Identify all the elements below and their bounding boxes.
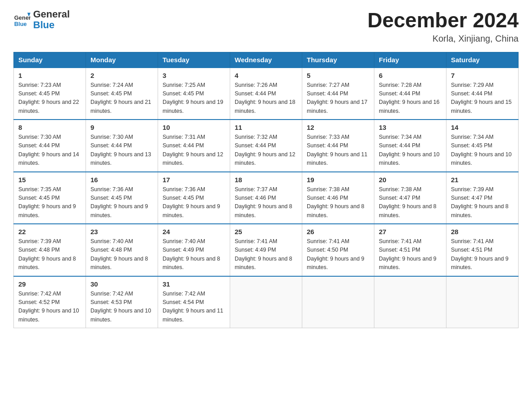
day-info: Sunrise: 7:28 AM Sunset: 4:44 PM Dayligh… [379,81,442,116]
weekday-header-saturday: Saturday [446,52,519,68]
day-info: Sunrise: 7:41 AM Sunset: 4:51 PM Dayligh… [379,237,442,272]
day-info: Sunrise: 7:42 AM Sunset: 4:52 PM Dayligh… [18,290,81,325]
day-number: 2 [90,72,153,79]
day-info: Sunrise: 7:23 AM Sunset: 4:45 PM Dayligh… [18,81,81,116]
day-number: 13 [379,124,442,131]
calendar-cell: 14 Sunrise: 7:34 AM Sunset: 4:45 PM Dayl… [446,120,519,172]
day-number: 26 [307,228,369,235]
day-info: Sunrise: 7:34 AM Sunset: 4:44 PM Dayligh… [379,133,442,168]
calendar-cell: 13 Sunrise: 7:34 AM Sunset: 4:44 PM Dayl… [374,120,446,172]
day-info: Sunrise: 7:39 AM Sunset: 4:48 PM Dayligh… [18,237,81,272]
page-header: General Blue General Blue December 2024 … [13,9,519,44]
calendar-cell: 2 Sunrise: 7:24 AM Sunset: 4:45 PM Dayli… [86,68,158,120]
day-info: Sunrise: 7:36 AM Sunset: 4:45 PM Dayligh… [163,185,225,220]
day-info: Sunrise: 7:26 AM Sunset: 4:44 PM Dayligh… [235,81,297,116]
day-info: Sunrise: 7:30 AM Sunset: 4:44 PM Dayligh… [90,133,153,168]
day-number: 23 [90,228,153,235]
day-info: Sunrise: 7:27 AM Sunset: 4:44 PM Dayligh… [307,81,369,116]
day-number: 11 [235,124,297,131]
calendar-cell: 6 Sunrise: 7:28 AM Sunset: 4:44 PM Dayli… [374,68,446,120]
weekday-header-wednesday: Wednesday [230,52,302,68]
weekday-header-sunday: Sunday [14,52,86,68]
day-number: 19 [307,176,369,184]
calendar-cell: 24 Sunrise: 7:40 AM Sunset: 4:49 PM Dayl… [158,224,230,276]
day-info: Sunrise: 7:34 AM Sunset: 4:45 PM Dayligh… [451,133,514,168]
logo-blue-text: Blue [33,20,70,30]
calendar-cell [230,276,302,328]
month-title: December 2024 [367,9,519,32]
logo-general-text: General [33,9,70,20]
calendar-cell: 16 Sunrise: 7:36 AM Sunset: 4:45 PM Dayl… [86,172,158,224]
calendar-cell: 8 Sunrise: 7:30 AM Sunset: 4:44 PM Dayli… [14,120,86,172]
calendar-cell: 26 Sunrise: 7:41 AM Sunset: 4:50 PM Dayl… [302,224,374,276]
calendar-cell: 30 Sunrise: 7:42 AM Sunset: 4:53 PM Dayl… [86,276,158,328]
weekday-header-friday: Friday [374,52,446,68]
calendar-cell [374,276,446,328]
location-title: Korla, Xinjiang, China [367,34,519,44]
day-info: Sunrise: 7:36 AM Sunset: 4:45 PM Dayligh… [90,185,153,220]
calendar-cell: 21 Sunrise: 7:39 AM Sunset: 4:47 PM Dayl… [446,172,519,224]
weekday-header-monday: Monday [86,52,158,68]
day-number: 22 [18,228,81,235]
day-info: Sunrise: 7:42 AM Sunset: 4:54 PM Dayligh… [163,290,225,325]
calendar-cell: 18 Sunrise: 7:37 AM Sunset: 4:46 PM Dayl… [230,172,302,224]
day-number: 30 [90,280,153,288]
day-number: 6 [379,72,442,79]
day-info: Sunrise: 7:30 AM Sunset: 4:44 PM Dayligh… [18,133,81,168]
day-number: 1 [18,72,81,79]
calendar-cell: 25 Sunrise: 7:41 AM Sunset: 4:49 PM Dayl… [230,224,302,276]
day-number: 24 [163,228,225,235]
day-info: Sunrise: 7:40 AM Sunset: 4:48 PM Dayligh… [90,237,153,272]
day-number: 8 [18,124,81,131]
calendar-cell: 1 Sunrise: 7:23 AM Sunset: 4:45 PM Dayli… [14,68,86,120]
day-number: 25 [235,228,297,235]
calendar-cell: 3 Sunrise: 7:25 AM Sunset: 4:45 PM Dayli… [158,68,230,120]
logo-icon: General Blue [13,11,30,28]
day-number: 9 [90,124,153,131]
calendar-cell: 22 Sunrise: 7:39 AM Sunset: 4:48 PM Dayl… [14,224,86,276]
calendar-table: SundayMondayTuesdayWednesdayThursdayFrid… [13,52,519,329]
day-info: Sunrise: 7:29 AM Sunset: 4:44 PM Dayligh… [451,81,514,116]
day-number: 31 [163,280,225,288]
calendar-cell: 31 Sunrise: 7:42 AM Sunset: 4:54 PM Dayl… [158,276,230,328]
calendar-cell: 28 Sunrise: 7:41 AM Sunset: 4:51 PM Dayl… [446,224,519,276]
day-info: Sunrise: 7:38 AM Sunset: 4:47 PM Dayligh… [379,185,442,220]
calendar-cell [446,276,519,328]
day-info: Sunrise: 7:41 AM Sunset: 4:50 PM Dayligh… [307,237,369,272]
day-number: 28 [451,228,514,235]
day-number: 10 [163,124,225,131]
day-number: 14 [451,124,514,131]
day-number: 20 [379,176,442,184]
calendar-cell: 9 Sunrise: 7:30 AM Sunset: 4:44 PM Dayli… [86,120,158,172]
day-number: 7 [451,72,514,79]
day-info: Sunrise: 7:38 AM Sunset: 4:46 PM Dayligh… [307,185,369,220]
day-info: Sunrise: 7:41 AM Sunset: 4:51 PM Dayligh… [451,237,514,272]
calendar-cell: 5 Sunrise: 7:27 AM Sunset: 4:44 PM Dayli… [302,68,374,120]
day-number: 15 [18,176,81,184]
calendar-cell: 17 Sunrise: 7:36 AM Sunset: 4:45 PM Dayl… [158,172,230,224]
day-number: 27 [379,228,442,235]
calendar-cell: 7 Sunrise: 7:29 AM Sunset: 4:44 PM Dayli… [446,68,519,120]
calendar-cell: 29 Sunrise: 7:42 AM Sunset: 4:52 PM Dayl… [14,276,86,328]
day-number: 5 [307,72,369,79]
title-block: December 2024 Korla, Xinjiang, China [367,9,519,44]
day-number: 29 [18,280,81,288]
day-number: 17 [163,176,225,184]
day-info: Sunrise: 7:24 AM Sunset: 4:45 PM Dayligh… [90,81,153,116]
weekday-header-tuesday: Tuesday [158,52,230,68]
calendar-cell: 15 Sunrise: 7:35 AM Sunset: 4:45 PM Dayl… [14,172,86,224]
day-info: Sunrise: 7:41 AM Sunset: 4:49 PM Dayligh… [235,237,297,272]
day-info: Sunrise: 7:31 AM Sunset: 4:44 PM Dayligh… [163,133,225,168]
day-info: Sunrise: 7:42 AM Sunset: 4:53 PM Dayligh… [90,290,153,325]
calendar-cell: 27 Sunrise: 7:41 AM Sunset: 4:51 PM Dayl… [374,224,446,276]
day-info: Sunrise: 7:32 AM Sunset: 4:44 PM Dayligh… [235,133,297,168]
day-info: Sunrise: 7:35 AM Sunset: 4:45 PM Dayligh… [18,185,81,220]
logo: General Blue General Blue [13,9,70,30]
day-number: 12 [307,124,369,131]
day-number: 3 [163,72,225,79]
calendar-cell: 20 Sunrise: 7:38 AM Sunset: 4:47 PM Dayl… [374,172,446,224]
calendar-cell [302,276,374,328]
calendar-cell: 23 Sunrise: 7:40 AM Sunset: 4:48 PM Dayl… [86,224,158,276]
day-number: 21 [451,176,514,184]
day-number: 18 [235,176,297,184]
